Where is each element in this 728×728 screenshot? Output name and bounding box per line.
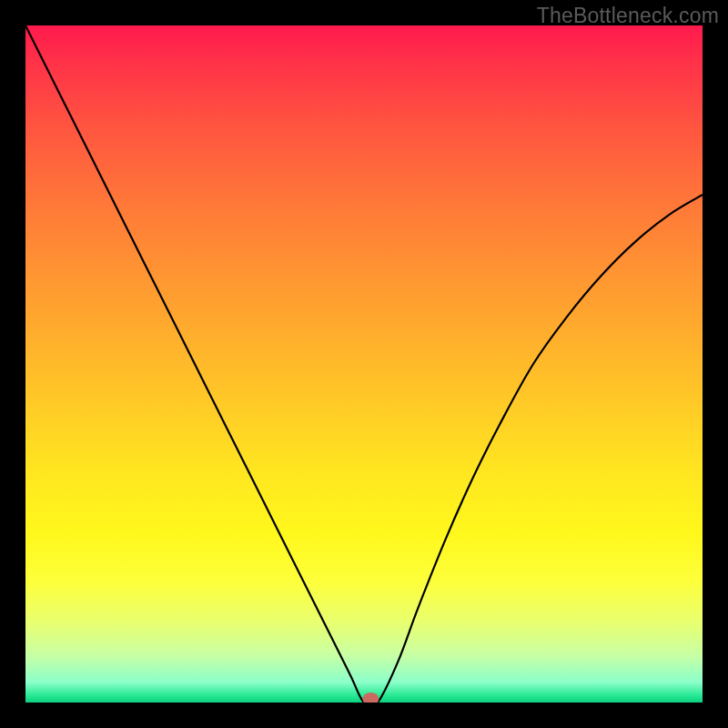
chart-frame: TheBottleneck.com <box>0 0 728 728</box>
curve-svg <box>25 25 703 703</box>
bottleneck-curve <box>25 25 703 703</box>
optimal-point-marker <box>362 693 379 703</box>
plot-area <box>25 25 703 703</box>
watermark-text: TheBottleneck.com <box>537 4 719 28</box>
